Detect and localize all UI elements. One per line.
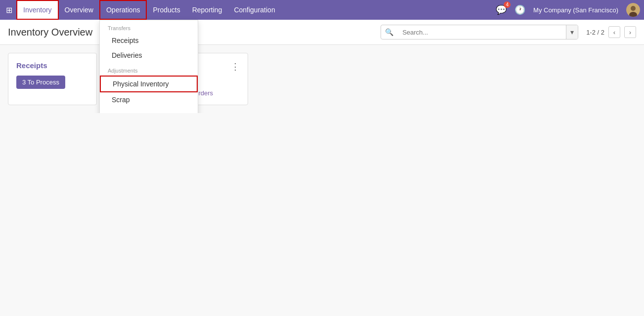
navbar-item-overview[interactable]: Overview (59, 0, 99, 20)
receipts-card-title: Receipts (16, 61, 88, 70)
search-dropdown-button[interactable]: ▾ (566, 25, 578, 39)
navbar-item-products[interactable]: Products (147, 0, 186, 20)
dropdown-item-deliveries[interactable]: Deliveries (100, 48, 198, 63)
navbar-item-inventory[interactable]: Inventory (16, 0, 59, 20)
procurement-section-label: Procurement (100, 107, 198, 113)
search-input[interactable] (397, 26, 566, 39)
grid-icon[interactable]: ⊞ (4, 3, 14, 17)
chat-icon[interactable]: 💬 4 (496, 4, 507, 15)
avatar[interactable] (626, 3, 640, 17)
dropdown-item-scrap[interactable]: Scrap (100, 92, 198, 107)
pagination: 1-2 / 2 ‹ › (586, 26, 636, 38)
navbar-item-reporting[interactable]: Reporting (186, 0, 228, 20)
transfers-section-label: Transfers (100, 20, 198, 33)
page-title: Inventory Overview (8, 27, 92, 38)
receipts-card: Receipts 3 To Process (8, 53, 97, 105)
search-bar: 🔍 ▾ (381, 25, 578, 40)
navbar: ⊞ Inventory Overview Operations Transfer… (0, 0, 644, 20)
main-content: Receipts 3 To Process Delivery Orders ⋮ … (0, 45, 644, 113)
search-icon: 🔍 (381, 25, 397, 39)
pagination-next[interactable]: › (624, 26, 636, 38)
dropdown-item-physical-inventory[interactable]: Physical Inventory (100, 76, 198, 92)
dropdown-item-receipts[interactable]: Receipts (100, 33, 198, 48)
sub-header: Inventory Overview 🔍 ▾ 1-2 / 2 ‹ › (0, 20, 644, 45)
svg-point-1 (631, 6, 636, 11)
clock-icon[interactable]: 🕐 (515, 4, 525, 15)
receipts-process-button[interactable]: 3 To Process (16, 76, 65, 89)
navbar-right: 💬 4 🕐 My Company (San Francisco) (496, 3, 640, 17)
company-name: My Company (San Francisco) (533, 6, 618, 14)
navbar-item-operations-wrapper: Operations Transfers Receipts Deliveries… (99, 0, 147, 20)
adjustments-section-label: Adjustments (100, 63, 198, 76)
delivery-card-menu-icon[interactable]: ⋮ (231, 61, 240, 72)
navbar-item-operations[interactable]: Operations (99, 0, 147, 20)
operations-dropdown: Transfers Receipts Deliveries Adjustment… (99, 20, 198, 113)
navbar-item-configuration[interactable]: Configuration (228, 0, 281, 20)
pagination-prev[interactable]: ‹ (608, 26, 620, 38)
